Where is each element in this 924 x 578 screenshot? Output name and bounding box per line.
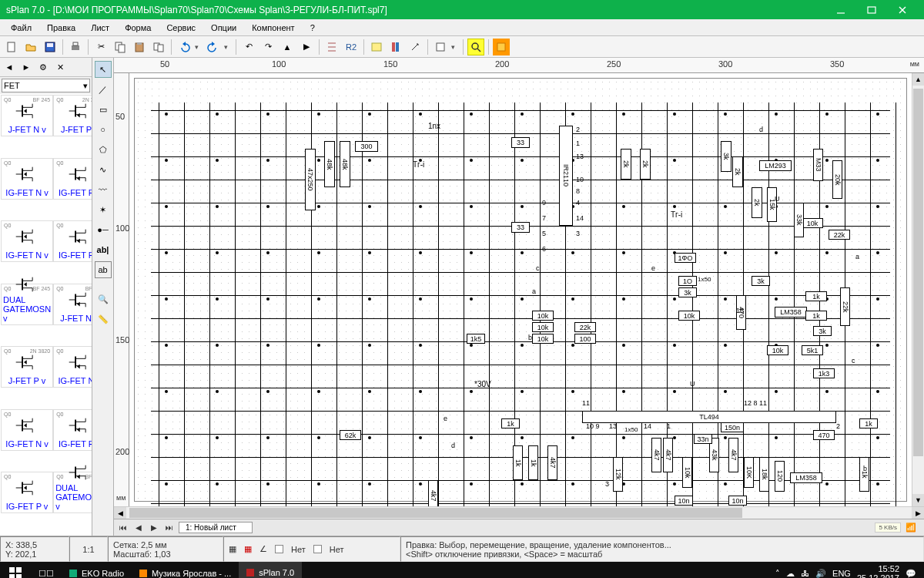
scroll-down-icon[interactable]: ▼ bbox=[912, 494, 924, 506]
curve-tool-icon[interactable]: ∿ bbox=[95, 161, 112, 178]
palette-item[interactable]: Q0 IG-FET P v bbox=[53, 158, 92, 200]
menu-service[interactable]: Сервис bbox=[159, 22, 203, 34]
scroll-up-icon[interactable]: ▲ bbox=[912, 73, 924, 86]
maximize-button[interactable] bbox=[856, 0, 887, 19]
menu-help[interactable]: ? bbox=[303, 22, 323, 34]
snap-icon[interactable] bbox=[323, 39, 340, 55]
menu-edit[interactable]: Правка bbox=[39, 22, 83, 34]
palette-item[interactable]: Q0 IG-FET N v bbox=[1, 220, 53, 262]
undo-menu[interactable]: ▾ bbox=[195, 43, 203, 51]
notifications-icon[interactable]: 💬 bbox=[906, 569, 916, 579]
tool-a-icon[interactable] bbox=[407, 39, 424, 55]
align-icon[interactable]: R2 bbox=[343, 39, 360, 55]
palette-item[interactable]: Q0BF 245 J-FET N v bbox=[1, 95, 53, 136]
new-icon[interactable] bbox=[3, 39, 20, 55]
minimize-button[interactable] bbox=[825, 0, 856, 19]
ruler-horizontal[interactable]: мм 50100150200250300350 bbox=[114, 58, 924, 73]
junction-tool-icon[interactable]: ●─ bbox=[95, 221, 112, 238]
rect-tool-icon[interactable]: ▭ bbox=[95, 101, 112, 118]
menu-form[interactable]: Форма bbox=[117, 22, 159, 34]
library-select[interactable]: FET ▾ bbox=[2, 79, 90, 92]
menu-file[interactable]: Файл bbox=[3, 22, 39, 34]
flip-v-icon[interactable]: ▶ bbox=[298, 39, 315, 55]
close-button[interactable] bbox=[887, 0, 918, 19]
tab-next-icon[interactable]: ▶ bbox=[148, 522, 160, 534]
rotate-left-icon[interactable]: ↶ bbox=[240, 39, 257, 55]
snap-grid-icon[interactable]: ▦ bbox=[229, 544, 236, 554]
snap-check-2[interactable] bbox=[313, 545, 322, 553]
redo-icon[interactable] bbox=[205, 39, 222, 55]
start-button[interactable] bbox=[0, 562, 31, 578]
scrollbar-horizontal[interactable]: ◀ ▶ bbox=[114, 506, 924, 519]
tab-first-icon[interactable]: ⏮ bbox=[117, 522, 129, 534]
snap-angle-icon[interactable]: ∠ bbox=[259, 544, 267, 554]
open-icon[interactable] bbox=[22, 39, 39, 55]
duplicate-icon[interactable] bbox=[150, 39, 167, 55]
rotate-right-icon[interactable]: ↷ bbox=[259, 39, 276, 55]
menu-component[interactable]: Компонент bbox=[244, 22, 302, 34]
measure-tool-icon[interactable]: 📏 bbox=[95, 311, 112, 328]
palette-item[interactable]: Q0BF 960 J-FET N h bbox=[53, 284, 92, 325]
circle-tool-icon[interactable]: ○ bbox=[95, 121, 112, 138]
palette-item[interactable]: Q0 IG-FET P v bbox=[53, 220, 92, 262]
flip-h-icon[interactable]: ▲ bbox=[279, 39, 296, 55]
lib-prev-icon[interactable]: ◄ bbox=[2, 59, 17, 75]
scroll-thumb-h[interactable] bbox=[129, 508, 742, 518]
palette-item[interactable]: Q0 IG-FET N v bbox=[1, 409, 53, 451]
palette-item[interactable]: Q0BF 245 DUAL GATEMOSN v bbox=[1, 284, 53, 325]
taskbar-app[interactable]: EKO Radio bbox=[62, 562, 132, 578]
undo-icon[interactable] bbox=[176, 39, 192, 55]
palette-item[interactable]: Q02N 3820 J-FET P v bbox=[53, 95, 92, 136]
network-icon[interactable]: 🖧 bbox=[801, 569, 809, 578]
node-tool-icon[interactable]: ✶ bbox=[95, 201, 112, 218]
text-bold-tool-icon[interactable]: ab| bbox=[95, 241, 112, 258]
scroll-thumb-v[interactable] bbox=[913, 89, 923, 456]
tab-last-icon[interactable]: ⏭ bbox=[163, 522, 176, 534]
taskbar-app[interactable]: sPlan 7.0 bbox=[239, 562, 302, 578]
redo-menu[interactable]: ▾ bbox=[224, 43, 232, 51]
palette-item[interactable]: Q0 IG-FET P v bbox=[1, 472, 53, 513]
lib-next-icon[interactable]: ► bbox=[18, 59, 34, 75]
print-icon[interactable] bbox=[67, 39, 84, 55]
onedrive-icon[interactable]: ☁ bbox=[786, 569, 795, 579]
layer-icon[interactable] bbox=[432, 39, 449, 55]
search-icon[interactable] bbox=[467, 39, 484, 55]
lang-indicator[interactable]: ENG bbox=[832, 569, 851, 578]
freehand-tool-icon[interactable]: 〰 bbox=[95, 181, 112, 198]
layer-menu[interactable]: ▾ bbox=[451, 43, 459, 51]
palette-item[interactable]: Q0 IG-FET N v bbox=[1, 158, 53, 200]
taskview-icon[interactable]: ☐☐ bbox=[31, 562, 62, 578]
ruler-vertical[interactable]: мм 50100150200 bbox=[114, 73, 129, 506]
save-icon[interactable] bbox=[42, 39, 59, 55]
palette-item[interactable]: Q0 IG-FET P v bbox=[53, 409, 92, 451]
lib-settings-icon[interactable]: ⚙ bbox=[35, 59, 51, 75]
tab-prev-icon[interactable]: ◀ bbox=[132, 522, 145, 534]
components-icon[interactable] bbox=[368, 39, 385, 55]
snap-check-1[interactable] bbox=[275, 545, 283, 553]
palette-item[interactable]: Q0 IG-FET N v bbox=[53, 346, 92, 388]
palette-item[interactable]: Q02N 3820 J-FET P v bbox=[1, 346, 53, 388]
scroll-left-icon[interactable]: ◀ bbox=[114, 507, 126, 519]
tray-up-icon[interactable]: ˄ bbox=[775, 569, 780, 579]
sound-icon[interactable]: 🔊 bbox=[815, 569, 826, 579]
cut-icon[interactable]: ✂ bbox=[92, 39, 109, 55]
scrollbar-vertical[interactable]: ▲ ▼ bbox=[912, 73, 924, 506]
taskbar-clock[interactable]: 15:5225.12.2017 bbox=[857, 564, 899, 578]
poly-tool-icon[interactable]: ⬠ bbox=[95, 141, 112, 158]
paste-icon[interactable] bbox=[131, 39, 148, 55]
highlight-icon[interactable] bbox=[493, 39, 510, 55]
sheet-tab-1[interactable]: 1: Новый лист bbox=[179, 522, 253, 533]
menu-options[interactable]: Опции bbox=[203, 22, 244, 34]
textbox-tool-icon[interactable]: ab bbox=[95, 261, 112, 278]
schematic-canvas[interactable]: IR2110TL494LM358LM358LM293300333348k48k4… bbox=[129, 73, 912, 506]
scroll-right-icon[interactable]: ▶ bbox=[912, 507, 924, 519]
snap-red-icon[interactable]: ▦ bbox=[244, 544, 252, 554]
library-icon[interactable] bbox=[387, 39, 404, 55]
palette-item[interactable]: Q0BF 960 DUAL GATEMOSN v bbox=[53, 472, 92, 513]
zoom-tool-icon[interactable]: 🔍 bbox=[95, 291, 112, 307]
menu-sheet[interactable]: Лист bbox=[83, 22, 117, 34]
lib-close-icon[interactable]: ✕ bbox=[52, 59, 68, 75]
pointer-tool-icon[interactable]: ↖ bbox=[95, 61, 112, 78]
taskbar-app[interactable]: Музика Ярослав - ... bbox=[132, 562, 239, 578]
line-tool-icon[interactable]: ／ bbox=[95, 81, 112, 98]
